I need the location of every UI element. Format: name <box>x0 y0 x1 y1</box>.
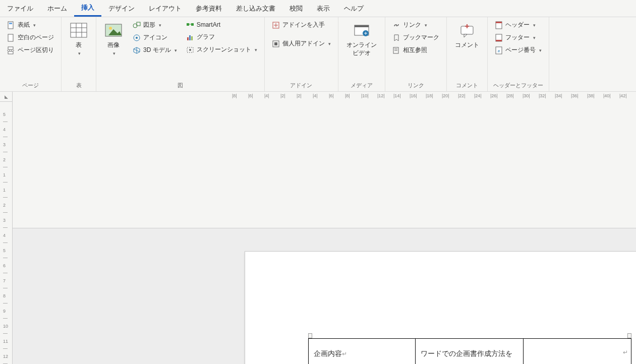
ribbon-group-links: リンク ▾ ブックマーク 相互参照 リンク <box>385 17 447 91</box>
ruler-tick: |2| <box>280 93 285 98</box>
svg-point-28 <box>189 49 191 51</box>
caret-icon: ▾ <box>533 35 536 40</box>
shapes-button[interactable]: 図形 ▾ <box>130 19 180 31</box>
menu-layout[interactable]: レイアウト <box>142 0 189 17</box>
svg-text:#: # <box>497 49 500 53</box>
table-button[interactable]: 表▾ <box>66 19 92 59</box>
ruler-tick: |34| <box>555 93 562 98</box>
ruler-tick: 3 <box>3 218 6 223</box>
header-label: ヘッダー <box>505 21 530 29</box>
bookmark-label: ブックマーク <box>403 33 439 42</box>
comment-button[interactable]: コメント <box>451 19 483 51</box>
document-area[interactable]: 企画内容↵ ワードでの企画書作成方法を解説↵ ↵ 企画の目的↵ ワードによる企画… <box>13 228 636 365</box>
links-group-label: リンク <box>389 80 442 91</box>
ruler-tick: 11 <box>3 339 8 344</box>
menu-references[interactable]: 参考資料 <box>189 0 229 17</box>
document-table[interactable]: 企画内容↵ ワードでの企画書作成方法を解説↵ ↵ 企画の目的↵ ワードによる企画… <box>308 338 631 365</box>
page-break-label: ページ区切り <box>18 46 54 54</box>
ribbon-group-addins: アドインを入手 個人用アドイン ▾ アドイン <box>265 17 338 91</box>
bookmark-icon <box>392 34 400 42</box>
crossref-label: 相互参照 <box>403 46 427 54</box>
ruler-tick: 3 <box>3 142 6 147</box>
ruler-tick: — <box>3 164 8 169</box>
icons-button[interactable]: アイコン <box>130 32 180 43</box>
ruler-tick: |26| <box>490 93 498 98</box>
caret-icon: ▾ <box>175 48 177 53</box>
menu-home[interactable]: ホーム <box>40 0 74 17</box>
svg-rect-49 <box>496 40 502 41</box>
cover-page-button[interactable]: 表紙 ▾ <box>4 19 57 31</box>
link-button[interactable]: リンク ▾ <box>389 19 442 31</box>
online-video-label: オンライン ビデオ <box>346 41 377 57</box>
3d-models-button[interactable]: 3D モデル ▾ <box>130 44 180 56</box>
get-addins-icon <box>272 21 280 29</box>
get-addins-label: アドインを入手 <box>282 21 325 29</box>
menu-file[interactable]: ファイル <box>0 0 40 17</box>
addins-group-label: アドイン <box>269 80 334 91</box>
ruler-tick: — <box>3 134 8 139</box>
workspace: ◣ 5—4—3—2—1—1—2—3—4—5—6—7—8—9—10—11—12— … <box>0 92 636 364</box>
ruler-tick: |12| <box>377 93 385 98</box>
ruler-corner: ◣ <box>0 92 13 102</box>
vertical-ruler[interactable]: 5—4—3—2—1—1—2—3—4—5—6—7—8—9—10—11—12— <box>0 102 13 364</box>
comment-icon <box>458 21 476 39</box>
ruler-tick: |4| <box>313 93 318 98</box>
my-addins-icon <box>272 40 280 48</box>
svg-point-17 <box>136 37 138 39</box>
blank-page-button[interactable]: 空白のページ <box>4 32 57 43</box>
caret-icon: ▾ <box>539 48 542 53</box>
svg-rect-4 <box>8 51 13 54</box>
menu-view[interactable]: 表示 <box>310 0 337 17</box>
ruler-tick: |8| <box>345 93 350 98</box>
smartart-button[interactable]: SmartArt <box>183 19 260 30</box>
illustrations-group-label: 図 <box>100 80 260 91</box>
page-number-icon: # <box>495 46 503 54</box>
ruler-tick: |2| <box>297 93 302 98</box>
page-number-button[interactable]: # ページ番号 ▾ <box>492 44 545 56</box>
crossref-button[interactable]: 相互参照 <box>389 44 442 56</box>
ruler-tick: 12 <box>3 354 8 359</box>
cell-text: ワードでの企画書作成方法を解説 <box>421 349 512 365</box>
footer-button[interactable]: フッター ▾ <box>492 32 545 43</box>
menu-design[interactable]: デザイン <box>101 0 142 17</box>
svg-rect-21 <box>187 23 189 26</box>
ruler-tick: |28| <box>506 93 514 98</box>
horizontal-ruler[interactable]: |8||6||4||2||2||4||6||8||10||12||14||16|… <box>13 92 636 228</box>
ruler-tick: 7 <box>3 278 6 283</box>
table-label: 表 <box>76 41 82 48</box>
screenshot-button[interactable]: スクリーンショット ▾ <box>183 44 260 55</box>
svg-rect-1 <box>9 23 12 24</box>
ribbon-group-illustrations: 画像▾ 図形 ▾ アイコン 3D モデル ▾ <box>96 17 265 91</box>
table-icon <box>70 21 88 39</box>
ruler-tick: 2 <box>3 157 6 162</box>
menu-mailings[interactable]: 差し込み文書 <box>229 0 282 17</box>
ruler-tick: |42| <box>619 93 627 98</box>
ruler-tick: 4 <box>3 233 6 238</box>
bookmark-button[interactable]: ブックマーク <box>389 32 442 43</box>
caret-icon: ▾ <box>33 23 36 28</box>
menu-help[interactable]: ヘルプ <box>337 0 371 17</box>
ruler-tick: |6| <box>248 93 253 98</box>
chart-button[interactable]: グラフ <box>183 31 260 43</box>
ruler-tick: |10| <box>361 93 369 98</box>
table-margin-markers <box>308 327 631 338</box>
picture-button[interactable]: 画像▾ <box>100 19 127 59</box>
menu-insert[interactable]: 挿入 <box>74 0 101 17</box>
ruler-tick: — <box>3 225 8 230</box>
menu-review[interactable]: 校閲 <box>282 0 310 17</box>
smartart-icon <box>186 21 194 29</box>
online-video-button[interactable]: オンライン ビデオ <box>342 19 381 59</box>
get-addins-button[interactable]: アドインを入手 <box>269 19 334 31</box>
tables-group-label: 表 <box>66 80 92 91</box>
header-button[interactable]: ヘッダー ▾ <box>492 19 545 31</box>
comments-group-label: コメント <box>451 80 483 91</box>
svg-rect-25 <box>189 35 191 40</box>
svg-rect-24 <box>187 37 189 40</box>
para-mark-icon: ↵ <box>623 346 628 359</box>
my-addins-button[interactable]: 個人用アドイン ▾ <box>269 38 334 49</box>
page-break-button[interactable]: ページ区切り <box>4 44 57 56</box>
caret-icon: ▾ <box>533 23 536 28</box>
table-row[interactable]: 企画内容↵ ワードでの企画書作成方法を解説↵ ↵ <box>309 338 631 364</box>
ruler-tick: |20| <box>442 93 449 98</box>
ruler-tick: |30| <box>523 93 530 98</box>
